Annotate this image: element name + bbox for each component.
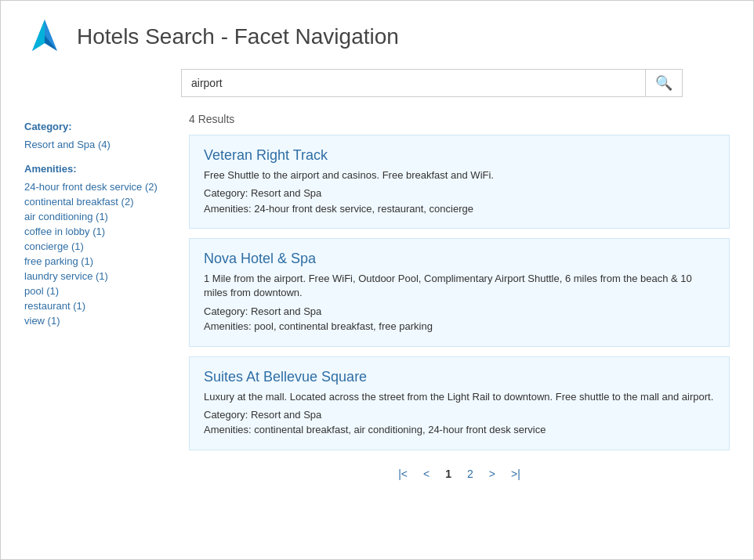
pagination-prev[interactable]: < — [419, 466, 434, 482]
amenity-link-8[interactable]: restaurant (1) — [24, 300, 173, 312]
amenity-link-7[interactable]: pool (1) — [24, 285, 173, 297]
result-card-1: Nova Hotel & Spa 1 Mile from the airport… — [189, 238, 730, 346]
amenity-link-1[interactable]: continental breakfast (2) — [24, 196, 173, 208]
search-bar: 🔍 — [181, 69, 683, 97]
pagination: |< < 1 2 > >| — [189, 466, 730, 482]
amenity-link-3[interactable]: coffee in lobby (1) — [24, 226, 173, 237]
amenity-link-9[interactable]: view (1) — [24, 315, 173, 327]
category-link-resort[interactable]: Resort and Spa (4) — [24, 139, 173, 150]
result-amenities-1: Amenities: pool, continental breakfast, … — [204, 319, 715, 334]
search-bar-container: 🔍 — [1, 69, 753, 113]
amenity-link-2[interactable]: air conditioning (1) — [24, 211, 173, 222]
page-wrapper: Hotels Search - Facet Navigation 🔍 Categ… — [0, 0, 754, 560]
category-section-title: Category: — [24, 121, 173, 132]
app-logo — [24, 16, 65, 57]
page-title: Hotels Search - Facet Navigation — [77, 24, 399, 49]
result-card-0: Veteran Right Track Free Shuttle to the … — [189, 135, 730, 229]
search-button[interactable]: 🔍 — [645, 70, 682, 96]
result-title-1[interactable]: Nova Hotel & Spa — [204, 251, 715, 267]
result-desc-2: Luxury at the mall. Located across the s… — [204, 390, 715, 404]
amenity-link-4[interactable]: concierge (1) — [24, 240, 173, 252]
results-count: 4 Results — [189, 113, 730, 125]
category-links: Resort and Spa (4) — [24, 139, 173, 150]
amenities-list: 24-hour front desk service (2) continent… — [24, 181, 173, 327]
amenities-section-title: Amenities: — [24, 163, 173, 175]
main-layout: Category: Resort and Spa (4) Amenities: … — [1, 113, 753, 482]
result-title-2[interactable]: Suites At Bellevue Square — [204, 369, 715, 385]
result-desc-1: 1 Mile from the airport. Free WiFi, Outd… — [204, 272, 715, 300]
amenity-link-0[interactable]: 24-hour front desk service (2) — [24, 181, 173, 193]
result-amenities-2: Amenities: continental breakfast, air co… — [204, 422, 715, 438]
pagination-first[interactable]: |< — [393, 466, 412, 482]
result-category-2: Category: Resort and Spa — [204, 407, 715, 423]
result-category-1: Category: Resort and Spa — [204, 304, 715, 320]
result-desc-0: Free Shuttle to the airport and casinos.… — [204, 168, 715, 182]
header: Hotels Search - Facet Navigation — [1, 1, 753, 69]
result-title-0[interactable]: Veteran Right Track — [204, 147, 715, 164]
sidebar: Category: Resort and Spa (4) Amenities: … — [16, 113, 181, 482]
search-input[interactable] — [182, 70, 645, 96]
pagination-next-page[interactable]: 2 — [462, 466, 478, 482]
result-category-0: Category: Resort and Spa — [204, 186, 715, 201]
result-amenities-0: Amenities: 24-hour front desk service, r… — [204, 201, 715, 217]
amenity-link-6[interactable]: laundry service (1) — [24, 270, 173, 282]
pagination-last[interactable]: >| — [506, 466, 525, 482]
results-area: 4 Results Veteran Right Track Free Shutt… — [181, 113, 738, 482]
result-card-2: Suites At Bellevue Square Luxury at the … — [189, 356, 730, 450]
pagination-next[interactable]: > — [484, 466, 500, 482]
amenity-link-5[interactable]: free parking (1) — [24, 255, 173, 267]
pagination-current: 1 — [440, 466, 456, 482]
search-icon: 🔍 — [655, 75, 672, 91]
svg-marker-1 — [32, 20, 45, 51]
